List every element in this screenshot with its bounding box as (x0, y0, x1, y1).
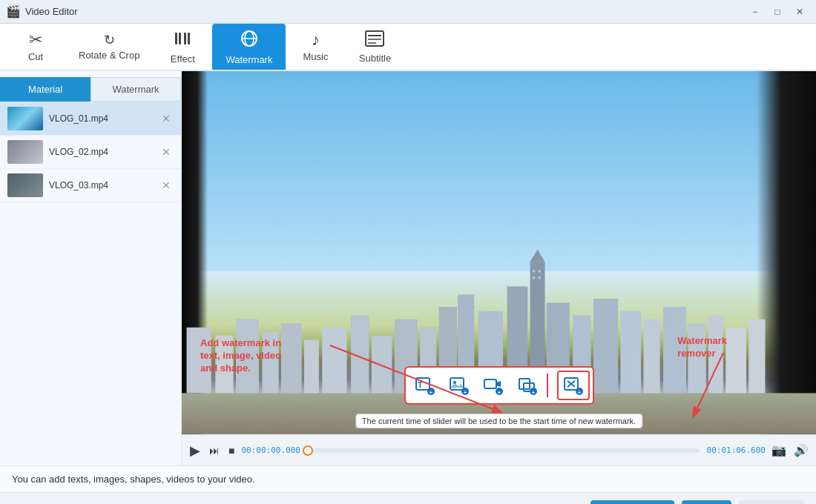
svg-rect-32 (304, 340, 319, 394)
annotation-right: Watermarkremover (677, 335, 727, 360)
timeline-thumb[interactable] (303, 445, 313, 456)
svg-rect-35 (372, 336, 392, 394)
effect-icon (174, 30, 191, 50)
timeline: ▶ ⏭ ■ 00:00:00.000 00:01:06.600 📷 🔊 (182, 434, 816, 465)
apply-to-all-button[interactable]: Apply to All (590, 500, 674, 504)
svg-rect-1 (179, 33, 181, 44)
toolbar-separator (547, 374, 548, 397)
add-video-watermark-button[interactable]: + (477, 371, 510, 400)
file-name-3: VLOG_03.mp4 (49, 180, 153, 190)
watermark-toolbar: T + + (404, 366, 594, 405)
tab-watermark[interactable]: Watermark (212, 24, 286, 70)
svg-line-65 (694, 353, 723, 416)
svg-rect-31 (281, 323, 302, 393)
add-shape-watermark-button[interactable]: + (511, 371, 544, 400)
watermark-icon (240, 29, 259, 51)
file-close-1[interactable]: ✕ (159, 111, 174, 126)
time-end: 00:01:06.600 (707, 445, 766, 455)
camera-button[interactable]: 📷 (770, 442, 788, 459)
music-icon: ♪ (312, 32, 320, 48)
tab-watermark-label: Watermark (226, 54, 272, 65)
svg-rect-42 (539, 276, 541, 279)
svg-rect-47 (450, 378, 464, 390)
file-thumb-1 (7, 107, 43, 130)
video-area: T + + (182, 71, 816, 465)
ok-button[interactable]: OK (682, 500, 731, 504)
tab-bar: ✂ Cut ↻ Rotate & Crop Effect Watermark ♪… (0, 24, 816, 71)
add-image-watermark-button[interactable]: + (443, 371, 476, 400)
add-text-watermark-button[interactable]: T + (409, 371, 441, 400)
tab-cut[interactable]: ✂ Cut (6, 24, 65, 70)
svg-rect-3 (188, 33, 190, 44)
bottom-bar: Apply to All OK Cancel (0, 492, 816, 504)
video-preview: T + + (182, 71, 816, 434)
svg-rect-7 (366, 31, 384, 46)
close-button[interactable]: ✕ (789, 4, 810, 19)
curtain-right (757, 71, 816, 434)
sidebar-tab-watermark[interactable]: Watermark (91, 77, 181, 102)
file-name-1: VLOG_01.mp4 (49, 113, 153, 124)
file-close-2[interactable]: ✕ (159, 145, 174, 159)
file-thumb-2 (7, 140, 43, 164)
sidebar-file-item-1[interactable]: VLOG_01.mp4 ✕ (0, 102, 181, 136)
sidebar: Material Watermark VLOG_01.mp4 ✕ VLOG_02… (0, 71, 182, 465)
watermark-remover-button[interactable]: + (557, 371, 590, 400)
svg-text:T: T (418, 380, 423, 389)
app-title: Video Editor (25, 6, 78, 17)
timeline-bar[interactable] (308, 448, 700, 453)
step-forward-button[interactable]: ⏭ (207, 443, 222, 458)
svg-rect-19 (593, 299, 618, 393)
tab-subtitle-label: Subtitle (359, 53, 391, 64)
time-start: 00:00:00.000 (241, 445, 300, 455)
annotation-left: Add watermark intext, image, videoand sh… (200, 337, 281, 375)
tab-effect-label: Effect (171, 53, 195, 64)
main-content: Material Watermark VLOG_01.mp4 ✕ VLOG_02… (0, 71, 816, 465)
watermark-tooltip: The current time of slider will be used … (355, 414, 642, 428)
svg-rect-33 (322, 328, 346, 394)
volume-button[interactable]: 🔊 (792, 442, 810, 459)
maximize-button[interactable]: □ (767, 4, 788, 19)
svg-text:+: + (497, 389, 501, 396)
cancel-button[interactable]: Cancel (739, 500, 804, 504)
tab-cut-label: Cut (28, 51, 43, 62)
rotate-icon: ↻ (104, 33, 115, 47)
file-name-2: VLOG_02.mp4 (49, 147, 153, 157)
sidebar-file-item-3[interactable]: VLOG_03.mp4 ✕ (0, 169, 181, 202)
tab-effect[interactable]: Effect (153, 24, 212, 70)
svg-text:+: + (531, 389, 535, 396)
sky-layer (182, 71, 816, 271)
tab-subtitle[interactable]: Subtitle (345, 24, 404, 70)
sidebar-tab-material[interactable]: Material (0, 77, 91, 102)
minimize-button[interactable]: − (745, 4, 766, 19)
svg-text:+: + (463, 389, 467, 396)
svg-rect-20 (620, 311, 641, 394)
tab-music-label: Music (303, 51, 328, 62)
sidebar-tabs: Material Watermark (0, 77, 181, 102)
svg-rect-51 (484, 379, 496, 388)
tab-rotate-label: Rotate & Crop (79, 50, 139, 61)
title-bar: 🎬 Video Editor − □ ✕ (0, 0, 816, 24)
subtitle-icon (365, 30, 384, 50)
info-bar: You can add texts, images, shapes, video… (0, 465, 816, 492)
app-icon: 🎬 (6, 4, 21, 19)
cut-icon: ✂ (29, 32, 42, 48)
info-text: You can add texts, images, shapes, video… (12, 474, 255, 485)
svg-text:+: + (577, 389, 581, 396)
tab-rotate[interactable]: ↻ Rotate & Crop (65, 24, 153, 70)
sidebar-file-item-2[interactable]: VLOG_02.mp4 ✕ (0, 136, 181, 169)
stop-button[interactable]: ■ (226, 443, 237, 458)
svg-rect-25 (725, 328, 746, 394)
file-thumb-3 (7, 173, 43, 197)
play-button[interactable]: ▶ (188, 441, 203, 460)
svg-rect-2 (184, 33, 186, 44)
file-close-3[interactable]: ✕ (159, 178, 174, 193)
svg-rect-0 (175, 33, 177, 44)
curtain-left (182, 71, 208, 434)
svg-rect-21 (643, 319, 659, 394)
svg-rect-34 (351, 315, 369, 393)
tab-music[interactable]: ♪ Music (286, 24, 345, 70)
svg-rect-41 (533, 276, 535, 279)
svg-text:+: + (429, 389, 432, 396)
